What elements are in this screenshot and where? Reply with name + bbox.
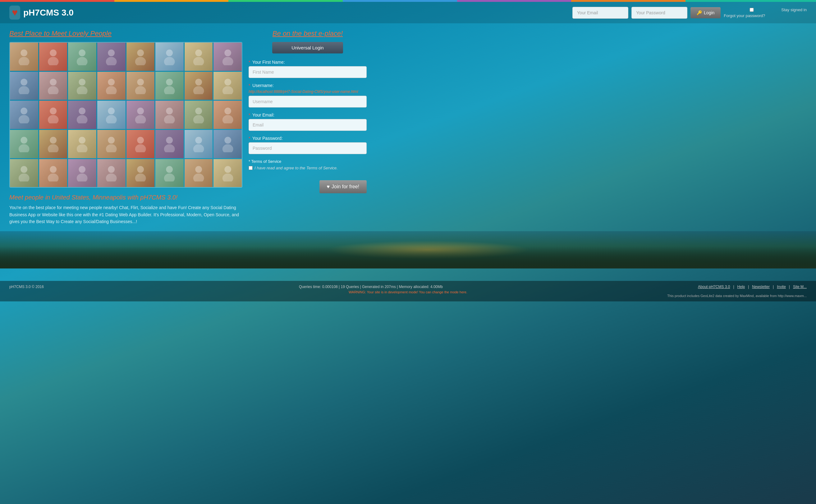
terms-label-text: Terms of Service [251, 159, 281, 164]
header: ♥ pH7CMS 3.0 🔑 Login Stay signed in Forg… [0, 2, 816, 23]
stay-signed-text: Stay signed in [781, 7, 807, 12]
email-group: * Your Email: [249, 112, 367, 131]
svg-point-33 [19, 115, 30, 123]
required-marker: * [249, 136, 250, 141]
terms-checkbox[interactable] [249, 166, 253, 170]
photo-cell [68, 130, 96, 158]
landscape-background [0, 231, 816, 268]
svg-point-57 [135, 144, 146, 152]
footer-stats: Queries time: 0.000108 | 19 Queries | Ge… [44, 285, 698, 289]
photo-cell [185, 159, 213, 187]
svg-point-23 [106, 86, 117, 94]
svg-point-36 [79, 108, 86, 115]
photo-cell [185, 72, 213, 100]
svg-point-68 [79, 166, 86, 173]
svg-point-45 [193, 115, 204, 123]
svg-point-64 [21, 166, 27, 173]
svg-point-71 [106, 173, 117, 181]
svg-point-48 [21, 137, 27, 144]
meet-heading: Meet people in United States, Minneapoli… [9, 194, 242, 201]
login-options: Stay signed in Forgot your password? [724, 7, 807, 18]
svg-point-17 [19, 86, 30, 94]
svg-point-18 [50, 79, 57, 85]
header-email-input[interactable] [572, 7, 628, 19]
svg-point-34 [50, 108, 57, 115]
footer-links: About pH7CMS 3.0 | Help | Newsletter | I… [698, 285, 807, 289]
footer-sep3: | [773, 285, 774, 289]
svg-point-29 [193, 86, 204, 94]
svg-point-78 [224, 166, 231, 173]
footer-link-about[interactable]: About pH7CMS 3.0 [698, 285, 730, 289]
svg-point-56 [137, 137, 144, 144]
svg-point-7 [106, 57, 117, 65]
photo-cell [39, 130, 67, 158]
join-btn-wrap: ♥ Join for free! [249, 175, 367, 193]
svg-point-70 [108, 166, 115, 173]
svg-point-73 [135, 173, 146, 181]
svg-point-12 [195, 49, 202, 56]
svg-point-69 [77, 173, 88, 181]
login-button[interactable]: 🔑 Login [690, 7, 721, 18]
photo-cell [39, 72, 67, 100]
first-name-input[interactable] [249, 66, 367, 78]
logo-area: ♥ pH7CMS 3.0 [9, 6, 572, 20]
footer: pH7CMS 3.0 © 2016 Queries time: 0.000108… [0, 281, 816, 301]
footer-link-invite[interactable]: Invite [777, 285, 786, 289]
footer-top: pH7CMS 3.0 © 2016 Queries time: 0.000108… [9, 285, 807, 289]
header-password-input[interactable] [631, 7, 687, 19]
join-button[interactable]: ♥ Join for free! [319, 180, 367, 193]
first-name-group: * Your First Name: [249, 60, 367, 78]
svg-point-25 [135, 86, 146, 94]
svg-point-10 [166, 49, 173, 56]
universal-login-button[interactable]: Universal Login [272, 42, 343, 53]
password-label: * Your Password: [249, 136, 367, 141]
svg-point-6 [108, 49, 115, 56]
photo-cell [68, 101, 96, 129]
svg-point-35 [48, 115, 59, 123]
username-input[interactable] [249, 96, 367, 108]
footer-link-newsletter[interactable]: Newsletter [752, 285, 770, 289]
svg-point-4 [79, 49, 86, 56]
svg-point-58 [166, 137, 173, 144]
username-group: * Username: http://localhost:8888/pH7-So… [249, 83, 367, 108]
svg-point-20 [79, 79, 86, 85]
photo-cell [155, 159, 184, 187]
forgot-password-link[interactable]: Forgot your password? [724, 13, 765, 18]
photo-cell [126, 72, 155, 100]
username-label: * Username: [249, 83, 367, 88]
svg-point-79 [222, 173, 233, 181]
photo-cell [97, 159, 126, 187]
email-input[interactable] [249, 119, 367, 131]
first-name-label: * Your First Name: [249, 60, 367, 65]
svg-point-21 [77, 86, 88, 94]
svg-point-44 [195, 108, 202, 115]
svg-point-3 [48, 57, 59, 65]
photo-cell [213, 72, 242, 100]
stay-signed-label[interactable]: Stay signed in [724, 7, 807, 12]
meet-description: You're on the best place for meeting new… [9, 204, 242, 225]
stay-signed-checkbox[interactable] [724, 8, 780, 12]
photo-cell [68, 43, 96, 71]
footer-link-help[interactable]: Help [737, 285, 745, 289]
svg-point-63 [222, 144, 233, 152]
photo-cell [155, 101, 184, 129]
logo-heart-icon: ♥ [9, 6, 20, 20]
terms-label: * Terms of Service [249, 159, 367, 164]
best-place-link[interactable]: Best Place to Meet Lovely People [9, 30, 242, 38]
svg-point-11 [164, 57, 175, 65]
svg-point-77 [193, 173, 204, 181]
photo-cell [126, 43, 155, 71]
svg-point-1 [19, 57, 30, 65]
password-input[interactable] [249, 142, 367, 154]
photo-cell [97, 43, 126, 71]
svg-point-42 [166, 108, 173, 115]
svg-point-5 [77, 57, 88, 65]
svg-point-37 [77, 115, 88, 123]
required-marker: * [249, 83, 250, 88]
username-hint-suffix: .html [350, 89, 358, 94]
header-login-inputs [572, 7, 628, 19]
photo-cell [155, 130, 184, 158]
footer-link-site[interactable]: Site M... [793, 285, 807, 289]
required-marker: * [249, 159, 250, 164]
be-on-link[interactable]: Be on the best e-place! [249, 30, 367, 38]
